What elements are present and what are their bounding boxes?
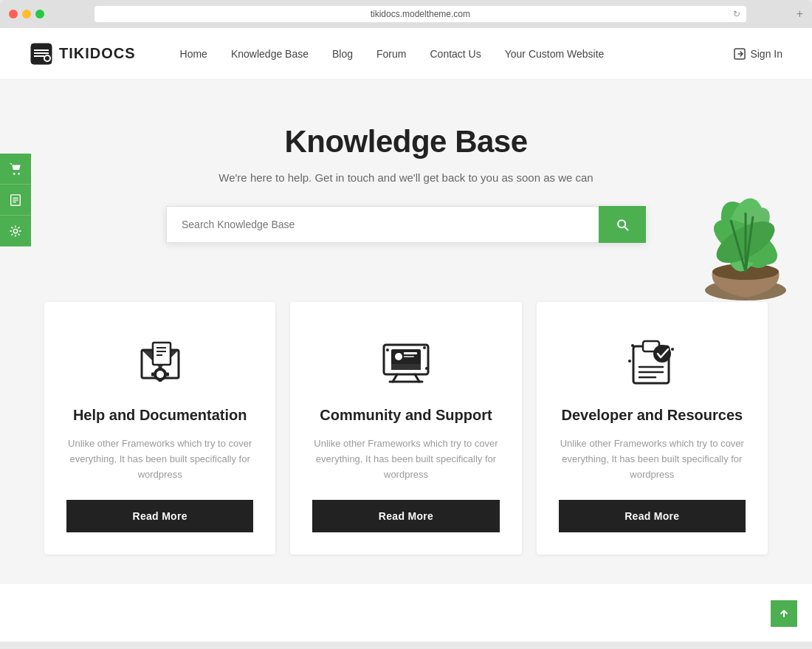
nav-knowledge-base[interactable]: Knowledge Base — [231, 48, 309, 60]
hero-section: Knowledge Base We're here to help. Get i… — [0, 80, 812, 280]
minimize-button[interactable] — [22, 10, 31, 18]
cards-section: Help and Documentation Unlike other Fram… — [0, 280, 812, 584]
card-developer-icon — [622, 332, 681, 391]
browser-window: tikidocs.modeltheme.com ↻ + TIKIDOCS Hom… — [0, 0, 812, 642]
scroll-to-top-button[interactable] — [771, 600, 797, 627]
svg-rect-2 — [34, 52, 49, 54]
svg-point-45 — [425, 367, 428, 370]
nav-forum[interactable]: Forum — [376, 48, 406, 60]
card-developer-button[interactable]: Read More — [559, 500, 746, 532]
card-community-icon — [376, 332, 436, 391]
svg-point-53 — [671, 348, 674, 351]
arrow-up-icon — [779, 608, 789, 619]
reload-icon[interactable]: ↻ — [733, 9, 740, 19]
card-community: Community and Support Unlike other Frame… — [290, 302, 521, 554]
svg-rect-1 — [34, 49, 49, 51]
main-navigation: TIKIDOCS Home Knowledge Base Blog Forum … — [0, 28, 812, 80]
plant-svg — [679, 176, 812, 301]
sidebar-gear-icon[interactable] — [0, 216, 31, 247]
logo[interactable]: TIKIDOCS — [30, 42, 136, 66]
svg-rect-41 — [404, 356, 414, 357]
card-help-docs-title: Help and Documentation — [73, 405, 247, 425]
nav-home[interactable]: Home — [180, 48, 207, 60]
svg-point-48 — [653, 345, 671, 363]
svg-rect-32 — [166, 373, 169, 377]
svg-point-54 — [628, 360, 631, 363]
nav-custom-website[interactable]: Your Custom Website — [505, 48, 605, 60]
svg-rect-42 — [391, 364, 421, 370]
new-tab-button[interactable]: + — [796, 7, 803, 21]
signin-label: Sign In — [750, 48, 782, 60]
window-controls — [9, 10, 44, 18]
svg-rect-40 — [404, 352, 417, 354]
plant-decoration — [679, 176, 812, 301]
hero-subtitle: We're here to help. Get in touch and we'… — [30, 171, 782, 184]
sidebar-book-icon[interactable] — [0, 185, 31, 216]
cart-icon — [9, 162, 22, 176]
sidebar-icons — [0, 154, 31, 247]
nav-blog[interactable]: Blog — [332, 48, 353, 60]
hero-title: Knowledge Base — [30, 124, 782, 159]
signin-icon — [734, 48, 746, 60]
address-bar[interactable]: tikidocs.modeltheme.com ↻ — [94, 6, 746, 22]
svg-point-29 — [156, 371, 164, 378]
card-developer-desc: Unlike other Frameworks which try to cov… — [559, 436, 746, 482]
svg-rect-24 — [153, 343, 171, 365]
browser-content: TIKIDOCS Home Knowledge Base Blog Forum … — [0, 28, 812, 642]
nav-contact-us[interactable]: Contact Us — [430, 48, 481, 60]
card-help-docs-desc: Unlike other Frameworks which try to cov… — [66, 436, 253, 482]
card-community-title: Community and Support — [320, 405, 492, 425]
svg-point-44 — [423, 346, 426, 349]
svg-point-6 — [13, 172, 16, 174]
search-bar — [166, 206, 646, 243]
card-help-docs-button[interactable]: Read More — [66, 500, 253, 532]
card-developer-title: Developer and Resources — [561, 405, 743, 425]
svg-point-7 — [18, 172, 20, 174]
svg-point-52 — [631, 344, 634, 347]
svg-rect-30 — [158, 367, 162, 370]
nav-links: Home Knowledge Base Blog Forum Contact U… — [180, 48, 734, 60]
browser-titlebar: tikidocs.modeltheme.com ↻ + — [0, 6, 812, 28]
svg-point-43 — [386, 348, 389, 351]
url-text: tikidocs.modeltheme.com — [371, 9, 470, 19]
svg-rect-31 — [158, 379, 162, 382]
card-help-docs: Help and Documentation Unlike other Fram… — [44, 302, 275, 554]
logo-text: TIKIDOCS — [59, 45, 136, 62]
card-developer: Developer and Resources Unlike other Fra… — [537, 302, 768, 554]
gear-icon — [9, 224, 22, 238]
svg-point-39 — [395, 353, 402, 360]
search-button[interactable] — [599, 206, 646, 243]
logo-icon — [30, 42, 53, 66]
maximize-button[interactable] — [35, 10, 44, 18]
card-community-desc: Unlike other Frameworks which try to cov… — [312, 436, 499, 482]
book-icon — [9, 193, 22, 207]
sidebar-cart-icon[interactable] — [0, 154, 31, 185]
svg-rect-33 — [151, 373, 154, 377]
card-community-button[interactable]: Read More — [312, 500, 499, 532]
search-input[interactable] — [166, 206, 599, 243]
svg-point-12 — [13, 229, 17, 233]
search-icon — [615, 217, 630, 232]
close-button[interactable] — [9, 10, 18, 18]
signin-button[interactable]: Sign In — [734, 48, 782, 60]
svg-point-4 — [44, 55, 50, 61]
card-help-docs-icon — [131, 332, 190, 391]
svg-rect-3 — [34, 55, 44, 57]
